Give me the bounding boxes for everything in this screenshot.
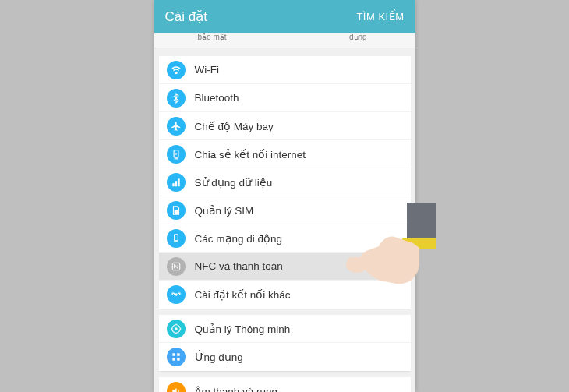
settings-item-label: Sử dụng dữ liệu: [195, 176, 273, 189]
settings-item-label: Wi-Fi: [195, 64, 219, 76]
svg-point-11: [175, 327, 178, 330]
settings-item-airplane[interactable]: Chế độ Máy bay: [159, 112, 411, 140]
settings-item-sim[interactable]: Quản lý SIM: [159, 196, 411, 224]
sim-icon: [167, 201, 186, 220]
tether-icon: [167, 145, 186, 164]
mobilenet-icon: [167, 229, 186, 248]
bluetooth-icon: [167, 89, 186, 108]
settings-item-wifi[interactable]: Wi-Fi: [159, 56, 411, 84]
settings-item-label: Âm thanh và rung: [195, 386, 278, 393]
settings-list: Wi-FiBluetoothChế độ Máy bayChia sẻ kết …: [154, 48, 415, 392]
svg-rect-15: [177, 358, 180, 361]
svg-point-0: [175, 72, 176, 73]
settings-item-label: Chia sẻ kết nối internet: [195, 148, 306, 161]
settings-item-label: Bluetooth: [195, 92, 239, 104]
settings-group: Quản lý Thông minhỨng dụng: [159, 315, 411, 371]
settings-item-label: Chế độ Máy bay: [195, 120, 274, 132]
settings-item-label: Quản lý Thông minh: [195, 323, 291, 335]
settings-item-smartmgr[interactable]: Quản lý Thông minh: [159, 315, 411, 343]
settings-item-tethering[interactable]: Chia sẻ kết nối internet: [159, 140, 411, 168]
subtab-usage[interactable]: dụng: [263, 33, 415, 48]
search-button[interactable]: TÌM KIẾM: [356, 11, 404, 23]
sound-icon: [167, 382, 186, 392]
settings-item-mobilenet[interactable]: Các mạng di động: [159, 224, 411, 253]
sub-tabs: bảo mật dụng: [154, 33, 415, 48]
data-icon: [167, 173, 186, 192]
svg-rect-4: [175, 181, 176, 186]
settings-group: Âm thanh và rung: [159, 377, 411, 392]
page-title: Cài đặt: [165, 9, 207, 25]
settings-screen: Cài đặt TÌM KIẾM bảo mật dụng Wi-FiBluet…: [154, 0, 415, 392]
settings-item-label: NFC và thanh toán: [195, 260, 283, 272]
settings-item-label: Quản lý SIM: [195, 204, 254, 217]
svg-rect-12: [172, 353, 175, 356]
nfc-icon: [167, 257, 186, 276]
svg-point-9: [175, 293, 178, 296]
svg-rect-14: [172, 358, 175, 361]
moreconn-icon: [167, 285, 186, 304]
smartmgr-icon: [167, 320, 186, 338]
settings-item-apps[interactable]: Ứng dụng: [159, 343, 411, 371]
settings-item-nfc[interactable]: NFC và thanh toán: [159, 253, 411, 281]
apps-icon: [167, 348, 186, 366]
svg-rect-13: [177, 353, 180, 356]
header-bar: Cài đặt TÌM KIẾM: [154, 0, 415, 33]
svg-point-2: [175, 153, 176, 154]
settings-group: Wi-FiBluetoothChế độ Máy bayChia sẻ kết …: [159, 56, 411, 309]
settings-item-bluetooth[interactable]: Bluetooth: [159, 84, 411, 112]
settings-item-datausage[interactable]: Sử dụng dữ liệu: [159, 168, 411, 196]
settings-item-label: Ứng dụng: [195, 351, 243, 363]
airplane-icon: [167, 117, 186, 136]
wifi-icon: [167, 61, 186, 79]
subtab-security[interactable]: bảo mật: [154, 33, 264, 48]
svg-rect-6: [175, 210, 178, 214]
settings-item-sound[interactable]: Âm thanh và rung: [159, 377, 411, 392]
settings-item-label: Cài đặt kết nối khác: [195, 288, 291, 301]
svg-rect-3: [172, 183, 174, 186]
svg-rect-7: [174, 234, 178, 240]
settings-item-moreconn[interactable]: Cài đặt kết nối khác: [159, 281, 411, 309]
svg-rect-5: [178, 178, 179, 186]
settings-item-label: Các mạng di động: [195, 232, 283, 245]
